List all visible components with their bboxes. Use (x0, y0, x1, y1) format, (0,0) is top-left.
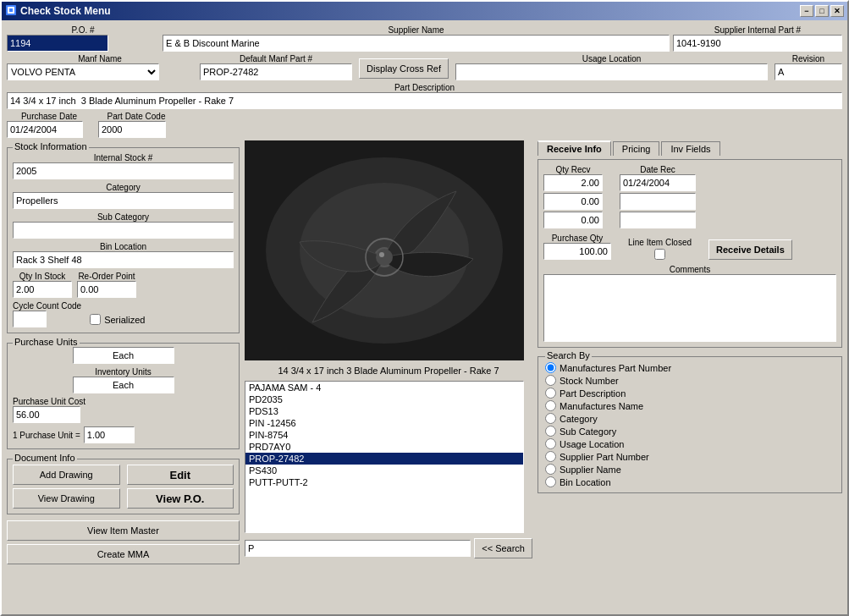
window-title: Check Stock Menu (20, 5, 111, 17)
internal-stock-label: Internal Stock # (13, 153, 234, 162)
qty-recv-1[interactable] (543, 174, 603, 191)
list-item-selected[interactable]: PROP-27482 (245, 453, 523, 465)
purchase-units-input[interactable] (73, 347, 174, 364)
list-item[interactable]: PIN-8754 (245, 429, 523, 441)
view-drawing-button[interactable]: View Drawing (13, 488, 120, 509)
radio-sub-category[interactable]: Sub Category (545, 426, 835, 437)
radio-label-bin-loc: Bin Location (560, 477, 611, 487)
search-input[interactable] (245, 540, 471, 557)
tab-pricing[interactable]: Pricing (613, 141, 660, 156)
list-item[interactable]: PAJAMA SAM - 4 (245, 382, 523, 393)
stock-info-label: Stock Information (13, 141, 89, 151)
reorder-point-input[interactable] (77, 281, 136, 298)
manf-name-select[interactable]: VOLVO PENTA (7, 63, 159, 80)
radio-bin-location[interactable]: Bin Location (545, 476, 835, 487)
category-label: Category (13, 183, 234, 192)
part-description-input[interactable] (7, 92, 842, 109)
photo-area (245, 140, 524, 360)
radio-usage-location[interactable]: Usage Location (545, 438, 835, 449)
sub-category-input[interactable] (13, 222, 234, 239)
main-window: Check Stock Menu − □ ✕ P.O. # Supplier N… (0, 0, 849, 616)
purchase-qty-label: Purchase Qty (543, 234, 611, 243)
purchase-unit-value-input[interactable] (84, 426, 135, 443)
revision-input[interactable] (775, 63, 842, 80)
search-button[interactable]: << Search (474, 538, 532, 558)
date-rec-1[interactable] (620, 174, 696, 191)
usage-location-input[interactable] (455, 63, 768, 80)
date-rec-label: Date Rec (640, 165, 675, 174)
inventory-units-label: Inventory Units (13, 367, 234, 377)
view-item-master-button[interactable]: View Item Master (7, 520, 240, 541)
inventory-units-input[interactable] (73, 377, 174, 393)
list-item[interactable]: PD2035 (245, 393, 523, 405)
svg-point-11 (379, 252, 384, 257)
svg-point-10 (376, 249, 393, 266)
radio-label-manf-part: Manufactures Part Number (560, 363, 671, 373)
list-item[interactable]: PDS13 (245, 405, 523, 417)
radio-manf-name[interactable]: Manufactures Name (545, 400, 835, 411)
radio-label-manf-name: Manufactures Name (560, 401, 643, 411)
radio-supplier-part-number[interactable]: Supplier Part Number (545, 451, 835, 462)
purchase-unit-cost-label: Purchase Unit Cost (13, 397, 85, 406)
tab-receive-info[interactable]: Receive Info (538, 140, 611, 156)
purchase-qty-input[interactable] (543, 243, 611, 260)
radio-part-description[interactable]: Part Description (545, 388, 835, 399)
revision-label: Revision (775, 54, 842, 63)
bin-location-input[interactable] (13, 251, 234, 268)
qty-in-stock-input[interactable] (13, 281, 72, 298)
list-item[interactable]: PS430 (245, 465, 523, 476)
radio-manf-part-number[interactable]: Manufactures Part Number (545, 362, 835, 373)
list-item[interactable]: PUTT-PUTT-2 (245, 476, 523, 488)
close-button[interactable]: ✕ (830, 5, 844, 17)
date-rec-3[interactable] (620, 212, 696, 228)
purchase-units-group-label: Purchase Units (13, 337, 80, 347)
radio-label-usage-loc: Usage Location (560, 439, 624, 449)
default-manf-part-input[interactable] (200, 63, 352, 80)
supplier-internal-part-input[interactable] (673, 35, 842, 52)
create-mma-button[interactable]: Create MMA (7, 544, 240, 564)
title-bar-buttons: − □ ✕ (800, 5, 844, 17)
serialized-label: Serialized (104, 315, 145, 325)
comments-textarea[interactable] (543, 274, 836, 342)
qty-recv-2[interactable] (543, 193, 603, 210)
cycle-count-input[interactable] (13, 311, 47, 327)
minimize-button[interactable]: − (800, 5, 813, 17)
usage-location-label: Usage Location (455, 54, 768, 63)
display-cross-ref-button[interactable]: Display Cross Ref (359, 58, 449, 79)
add-drawing-button[interactable]: Add Drawing (13, 465, 120, 485)
date-rec-2[interactable] (620, 193, 696, 210)
tab-inv-fields[interactable]: Inv Fields (661, 141, 719, 156)
radio-label-category: Category (560, 414, 598, 424)
supplier-internal-part-label: Supplier Internal Part # (673, 25, 842, 35)
manf-name-label: Manf Name (7, 54, 193, 63)
window-icon (5, 4, 17, 19)
list-item[interactable]: PIN -12456 (245, 417, 523, 429)
po-input[interactable] (7, 35, 108, 52)
list-item[interactable]: PRD7AY0 (245, 441, 523, 453)
radio-label-sub-cat: Sub Category (560, 426, 616, 437)
radio-stock-number[interactable]: Stock Number (545, 375, 835, 386)
supplier-name-input[interactable] (163, 35, 670, 52)
radio-category[interactable]: Category (545, 413, 835, 424)
receive-details-button[interactable]: Receive Details (708, 239, 792, 260)
edit-button[interactable]: Edit (127, 465, 234, 485)
radio-supplier-name[interactable]: Supplier Name (545, 464, 835, 475)
part-description-label: Part Description (7, 83, 842, 92)
parts-listbox[interactable]: PAJAMA SAM - 4 PD2035 PDS13 PIN -12456 P… (245, 381, 524, 533)
qty-recv-label: Qty Recv (555, 165, 590, 174)
purchase-date-input[interactable] (7, 121, 83, 138)
serialized-checkbox[interactable] (90, 314, 101, 325)
category-input[interactable] (13, 192, 234, 209)
part-date-code-input[interactable] (98, 121, 166, 138)
internal-stock-input[interactable] (13, 162, 234, 179)
line-item-closed-checkbox[interactable] (654, 249, 665, 260)
qty-recv-3[interactable] (543, 212, 603, 228)
purchase-date-label: Purchase Date (7, 112, 91, 121)
cycle-count-label: Cycle Count Code (13, 301, 81, 311)
po-label: P.O. # (7, 25, 159, 35)
bin-location-label: Bin Location (13, 242, 234, 251)
purchase-unit-cost-input[interactable] (13, 406, 80, 423)
radio-label-stock: Stock Number (560, 376, 619, 386)
maximize-button[interactable]: □ (815, 5, 829, 17)
view-po-button[interactable]: View P.O. (127, 488, 234, 509)
